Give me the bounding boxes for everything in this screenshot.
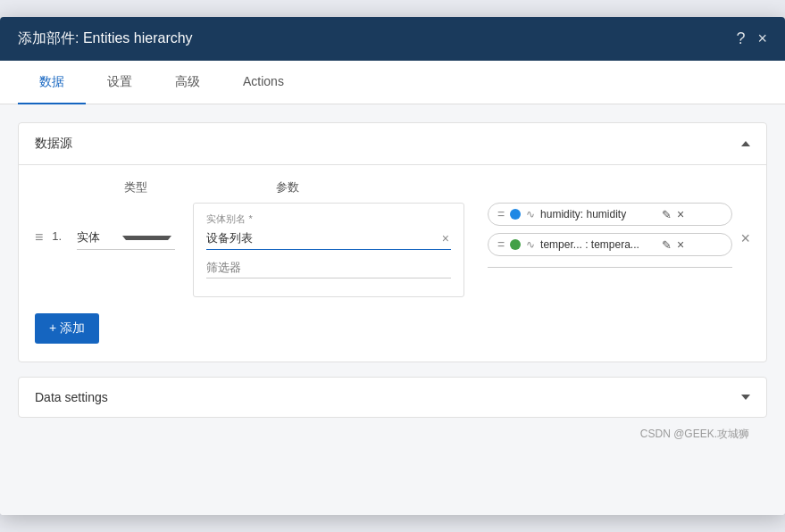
tags-section: = ∿ humidity: humidity ✎ × = ∿ te [488,203,732,268]
footer-text: CSDN @GEEK.攻城狮 [640,428,749,440]
alias-input-wrapper: × [206,228,451,250]
add-button-label: + 添加 [49,320,85,337]
entity-type-select[interactable]: 实体 [77,226,175,250]
type-column-header: 类型 [124,179,231,195]
datasource-title: 数据源 [35,136,72,152]
help-icon[interactable]: ? [736,29,745,48]
datasource-card: 数据源 类型 参数 ≡ 1. 实体 [18,122,767,362]
filter-field-group [206,257,451,278]
alias-input[interactable] [206,232,436,245]
tag-humidity-close-icon[interactable]: × [677,207,684,221]
filter-input[interactable] [206,257,451,278]
tag-temperature-text: temper... : tempera... [540,238,656,251]
entity-type-value: 实体 [77,229,119,245]
tag-dot-blue [510,209,521,220]
footer: CSDN @GEEK.攻城狮 [18,418,767,451]
modal-body: 数据源 类型 参数 ≡ 1. 实体 [0,104,785,515]
alias-label: 实体别名 * [206,212,451,226]
data-settings-title: Data settings [35,390,108,404]
modal-container: 添加部件: Entities hierarchy ? × 数据 设置 高级 Ac… [0,17,785,515]
column-headers: 类型 参数 [35,179,750,195]
chevron-down-icon [122,236,171,240]
modal-header: 添加部件: Entities hierarchy ? × [0,17,785,61]
drag-handle-icon[interactable]: ≡ [35,229,43,245]
add-datasource-button[interactable]: + 添加 [35,313,99,344]
tag-humidity: = ∿ humidity: humidity ✎ × [488,203,732,226]
row-number: 1. [52,229,68,243]
data-settings-header[interactable]: Data settings [19,378,766,417]
tag-temperature-close-icon[interactable]: × [677,237,684,252]
tab-actions[interactable]: Actions [221,62,305,104]
table-row: ≡ 1. 实体 实体别名 * [35,203,750,297]
alias-field-group: 实体别名 * × [206,212,451,250]
datasource-section-header[interactable]: 数据源 [19,123,766,165]
alias-clear-button[interactable]: × [440,229,451,247]
tag-underline [488,267,732,268]
entity-dropdown: 实体 [77,208,175,250]
tab-settings[interactable]: 设置 [86,62,154,104]
tab-bar: 数据 设置 高级 Actions [0,61,785,104]
modal-title: 添加部件: Entities hierarchy [18,29,193,48]
row-delete-button[interactable]: × [741,229,751,248]
tag-equals-icon-2: = [497,237,505,252]
tab-advanced[interactable]: 高级 [154,62,221,104]
data-settings-card: Data settings [18,377,767,418]
header-actions: ? × [736,29,767,48]
tag-wave-icon: ∿ [526,208,535,220]
close-icon[interactable]: × [757,29,767,48]
tab-data[interactable]: 数据 [18,62,86,104]
tag-temperature: = ∿ temper... : tempera... ✎ × [488,233,732,256]
tag-humidity-edit-icon[interactable]: ✎ [662,208,672,221]
tag-temperature-edit-icon[interactable]: ✎ [662,238,672,252]
sub-fields-panel: 实体别名 * × [193,203,464,297]
tag-wave-icon-2: ∿ [526,238,535,251]
datasource-section-body: 类型 参数 ≡ 1. 实体 [19,165,766,362]
params-column-header: 参数 [276,179,299,195]
expand-icon [741,395,750,400]
tag-humidity-text: humidity: humidity [540,208,656,220]
collapse-icon [741,141,750,146]
tag-dot-green [510,239,521,250]
tag-equals-icon: = [497,207,505,221]
